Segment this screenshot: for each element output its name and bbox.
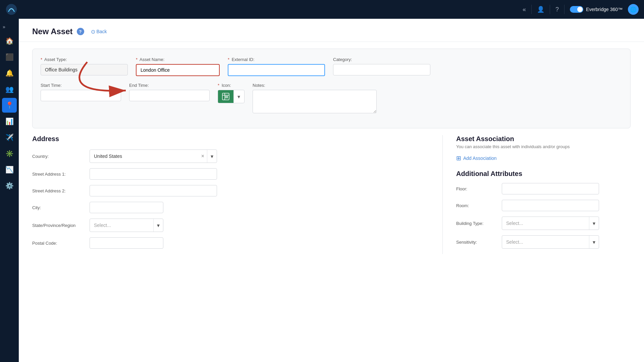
add-association-label: Add Association (463, 156, 497, 161)
state-chevron-icon[interactable]: ▾ (153, 219, 163, 232)
country-select[interactable]: United States × ▾ (90, 149, 217, 163)
state-label: State/Province/Region (32, 223, 84, 228)
room-input[interactable] (502, 200, 599, 211)
asset-type-input[interactable] (41, 64, 128, 75)
end-time-input[interactable] (129, 90, 210, 101)
icon-preview (218, 90, 233, 103)
back-icon: ⊙ (91, 28, 95, 35)
state-placeholder: Select... (90, 220, 153, 231)
sidebar-item-settings[interactable]: ⚙️ (2, 178, 17, 193)
asset-type-label: * Asset Type: (41, 57, 128, 62)
category-label: Category: (333, 57, 430, 62)
toggle-switch[interactable] (570, 6, 583, 13)
sidebar-item-dashboard[interactable]: ⬛ (2, 50, 17, 64)
sensitivity-select[interactable]: Select... ▾ (502, 235, 599, 249)
asset-name-label: * Asset Name: (136, 57, 220, 62)
street2-row: Street Address 2: (32, 185, 429, 196)
nav-divider-2 (550, 5, 550, 14)
icon-selector[interactable]: ▾ (218, 90, 245, 103)
asset-name-input[interactable] (136, 64, 220, 76)
external-id-group: * External ID: (228, 57, 325, 76)
nav-divider-1 (531, 5, 532, 14)
building-type-select[interactable]: Select... ▾ (502, 217, 599, 230)
page-header: New Asset ? ⊙ Back (19, 19, 644, 42)
street1-label: Street Address 1: (32, 172, 84, 177)
top-navbar: « 👤 ? Everbridge 360™ 🌐 (0, 0, 644, 19)
additional-attributes-title: Additional Attributes (456, 170, 631, 178)
sidebar: » 🏠 ⬛ 🔔 👥 📍 📊 ✈️ ✳️ 📉 ⚙️ (0, 19, 19, 362)
country-clear-button[interactable]: × (199, 153, 207, 159)
sidebar-item-assets[interactable]: 📍 (2, 98, 17, 113)
end-time-group: End Time: (129, 83, 210, 101)
icon-dropdown-button[interactable]: ▾ (233, 90, 244, 103)
sidebar-item-reports[interactable]: 📉 (2, 162, 17, 177)
nav-divider-3 (564, 5, 565, 14)
category-input[interactable] (333, 64, 430, 75)
building-type-row: Building Type: Select... ▾ (456, 217, 631, 230)
building-type-placeholder: Select... (502, 218, 589, 229)
state-select[interactable]: Select... ▾ (90, 219, 163, 232)
add-association-button[interactable]: ⊞ Add Association (456, 155, 631, 162)
back-button[interactable]: ⊙ Back (91, 28, 107, 35)
sidebar-item-contacts[interactable]: 👥 (2, 82, 17, 97)
floor-row: Floor: (456, 183, 631, 194)
start-time-group: Start Time: (41, 83, 121, 101)
city-label: City: (32, 205, 84, 210)
external-id-input[interactable] (228, 64, 325, 76)
help-icon[interactable]: ? (555, 6, 559, 13)
svg-rect-6 (225, 97, 226, 98)
svg-rect-5 (227, 96, 228, 97)
country-label: Country: (32, 154, 84, 159)
notes-label: Notes: (253, 83, 377, 88)
street2-input[interactable] (90, 185, 217, 196)
asset-name-group: * Asset Name: (136, 57, 220, 76)
user-icon[interactable]: 👤 (537, 6, 544, 13)
page-help-icon[interactable]: ? (77, 28, 84, 35)
sidebar-item-home[interactable]: 🏠 (2, 34, 17, 48)
country-row: Country: United States × ▾ (32, 149, 429, 163)
icon-label: * Icon: (218, 83, 245, 88)
street1-row: Street Address 1: (32, 168, 429, 180)
app-logo (5, 3, 17, 15)
sidebar-item-notifications[interactable]: 🔔 (2, 66, 17, 80)
postal-input[interactable] (90, 237, 163, 249)
icon-group: * Icon: (218, 83, 245, 103)
globe-button[interactable]: 🌐 (628, 4, 639, 15)
everbridge-toggle-container: Everbridge 360™ (570, 6, 623, 13)
navbar-right: « 👤 ? Everbridge 360™ 🌐 (523, 4, 639, 15)
notes-input[interactable] (253, 90, 377, 113)
sidebar-item-integrations[interactable]: ✳️ (2, 146, 17, 161)
sidebar-item-travel[interactable]: ✈️ (2, 130, 17, 145)
navbar-left (5, 3, 17, 15)
lower-content: Address Country: United States × ▾ Stree… (32, 135, 631, 267)
right-panel: Asset Association You can associate this… (443, 135, 631, 254)
collapse-icon[interactable]: « (523, 6, 526, 13)
room-label: Room: (456, 203, 496, 208)
asset-association-description: You can associate this asset with indivi… (456, 144, 631, 149)
room-row: Room: (456, 200, 631, 211)
page-title: New Asset (32, 27, 73, 36)
asset-association-title: Asset Association (456, 135, 631, 143)
sidebar-expand[interactable]: » (0, 21, 8, 32)
floor-input[interactable] (502, 183, 599, 194)
street1-input[interactable] (90, 168, 217, 180)
address-section: Address Country: United States × ▾ Stree… (32, 135, 443, 254)
main-content: New Asset ? ⊙ Back * Asset Type: (19, 19, 644, 362)
notes-group: Notes: (253, 83, 377, 113)
postal-label: Postal Code: (32, 241, 84, 246)
city-input[interactable] (90, 202, 163, 213)
sensitivity-label: Sensitivity: (456, 240, 496, 245)
building-type-chevron-icon[interactable]: ▾ (589, 217, 599, 230)
main-layout: » 🏠 ⬛ 🔔 👥 📍 📊 ✈️ ✳️ 📉 ⚙️ New Asset ? ⊙ B… (0, 19, 644, 362)
svg-rect-4 (225, 96, 226, 97)
end-time-label: End Time: (129, 83, 210, 88)
everbridge-label: Everbridge 360™ (586, 7, 623, 12)
country-chevron-icon[interactable]: ▾ (207, 150, 217, 163)
sensitivity-chevron-icon[interactable]: ▾ (589, 236, 599, 248)
sidebar-item-analytics[interactable]: 📊 (2, 114, 17, 129)
postal-row: Postal Code: (32, 237, 429, 249)
start-time-input[interactable] (41, 90, 121, 101)
form-row-2: Start Time: End Time: * Icon: (41, 83, 622, 113)
state-row: State/Province/Region Select... ▾ (32, 219, 429, 232)
category-group: Category: (333, 57, 430, 75)
